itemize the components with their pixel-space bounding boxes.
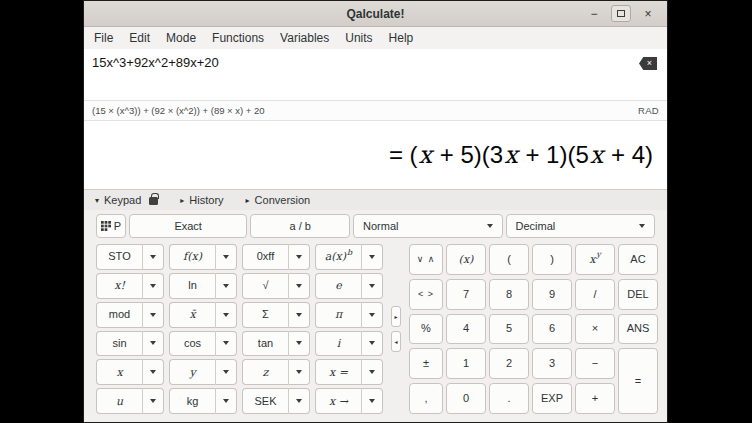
programming-keypad-button[interactable]: P (96, 214, 126, 238)
menu-help[interactable]: Help (381, 27, 422, 49)
key-delete[interactable]: DEL (618, 279, 658, 310)
key-plus-minus[interactable]: ± (409, 348, 443, 379)
expression-input[interactable] (92, 55, 629, 70)
key-unit-kg-menu[interactable] (215, 388, 237, 414)
key-var-y-menu[interactable] (215, 359, 237, 385)
key-history-up-down[interactable]: ∨ ∧ (409, 244, 443, 275)
key-x-equals[interactable]: x = (315, 359, 361, 385)
key-tan-menu[interactable] (288, 331, 310, 357)
key-left-parenthesis[interactable]: ( (489, 244, 529, 275)
key-function-power[interactable]: a(x)b (315, 244, 361, 270)
key-percent[interactable]: % (409, 314, 443, 345)
menu-file[interactable]: File (86, 27, 121, 49)
menu-mode[interactable]: Mode (158, 27, 204, 49)
key-five[interactable]: 5 (489, 314, 529, 345)
number-base-select[interactable]: Decimal (506, 214, 655, 238)
backspace-icon[interactable]: × (639, 57, 657, 70)
key-var-y[interactable]: y (169, 359, 215, 385)
key-answer[interactable]: ANS (618, 314, 658, 345)
key-two[interactable]: 2 (489, 348, 529, 379)
key-mod-menu[interactable] (142, 302, 164, 328)
key-comma[interactable]: , (409, 383, 443, 414)
display-mode-select[interactable]: Normal (353, 214, 502, 238)
key-sto-menu[interactable] (142, 244, 164, 270)
key-sto[interactable]: STO (96, 244, 142, 270)
key-e[interactable]: e (315, 273, 361, 299)
key-function[interactable]: f(x) (169, 244, 215, 270)
conversion-panel-toggle[interactable]: ▸ Conversion (246, 194, 311, 206)
key-decimal-point[interactable]: . (489, 383, 529, 414)
angle-mode-badge[interactable]: RAD (638, 105, 659, 116)
key-nine[interactable]: 9 (532, 279, 572, 310)
key-clear-all[interactable]: AC (618, 244, 658, 275)
key-sin-menu[interactable] (142, 331, 164, 357)
key-sin[interactable]: sin (96, 331, 142, 357)
key-four[interactable]: 4 (446, 314, 486, 345)
lock-icon[interactable] (149, 197, 158, 205)
key-cos-menu[interactable] (215, 331, 237, 357)
key-eight[interactable]: 8 (489, 279, 529, 310)
key-factorial[interactable]: x! (96, 273, 142, 299)
keypad-panel-toggle[interactable]: ▾ Keypad (95, 194, 158, 206)
key-convert-to-menu[interactable] (361, 388, 383, 414)
key-e-menu[interactable] (361, 273, 383, 299)
fraction-toggle-button[interactable]: a / b (250, 214, 350, 238)
key-seven[interactable]: 7 (446, 279, 486, 310)
key-right-parenthesis[interactable]: ) (532, 244, 572, 275)
key-hex-menu[interactable] (288, 244, 310, 270)
key-raise-power[interactable]: xy (575, 244, 615, 275)
key-imaginary[interactable]: i (315, 331, 361, 357)
key-mean[interactable]: x̄ (169, 302, 215, 328)
key-six[interactable]: 6 (532, 314, 572, 345)
menu-units[interactable]: Units (337, 27, 380, 49)
key-sum[interactable]: Σ (242, 302, 288, 328)
key-move-cursor[interactable]: < > (409, 279, 443, 310)
key-mod[interactable]: mod (96, 302, 142, 328)
key-sum-menu[interactable] (288, 302, 310, 328)
key-function-power-menu[interactable] (361, 244, 383, 270)
key-currency-sek-menu[interactable] (288, 388, 310, 414)
key-var-x-menu[interactable] (142, 359, 164, 385)
key-unit-u[interactable]: u (96, 388, 142, 414)
key-imaginary-menu[interactable] (361, 331, 383, 357)
key-function-menu[interactable] (215, 244, 237, 270)
exact-toggle-button[interactable]: Exact (129, 214, 248, 238)
history-panel-toggle[interactable]: ▸ History (180, 194, 223, 206)
key-convert-to[interactable]: x → (315, 388, 361, 414)
key-unit-kg[interactable]: kg (169, 388, 215, 414)
key-sqrt-menu[interactable] (288, 273, 310, 299)
keypad-page-next-button[interactable]: ▸ (391, 306, 401, 327)
key-currency-sek[interactable]: SEK (242, 388, 288, 414)
key-pi-menu[interactable] (361, 302, 383, 328)
menu-edit[interactable]: Edit (121, 27, 158, 49)
key-tan[interactable]: tan (242, 331, 288, 357)
menu-functions[interactable]: Functions (204, 27, 272, 49)
key-var-z[interactable]: z (242, 359, 288, 385)
close-button[interactable]: × (638, 5, 658, 22)
key-x-equals-menu[interactable] (361, 359, 383, 385)
key-equals[interactable]: = (618, 348, 658, 414)
key-cos[interactable]: cos (169, 331, 215, 357)
titlebar[interactable]: Qalculate! − × (84, 1, 667, 27)
key-ln[interactable]: ln (169, 273, 215, 299)
key-subtract[interactable]: − (575, 348, 615, 379)
minimize-button[interactable]: − (584, 5, 604, 22)
key-exponent[interactable]: EXP (532, 383, 572, 414)
key-hex[interactable]: 0xff (242, 244, 288, 270)
key-smart-parentheses[interactable]: (x) (446, 244, 486, 275)
maximize-button[interactable] (611, 5, 631, 22)
key-unit-u-menu[interactable] (142, 388, 164, 414)
key-sqrt[interactable]: √ (242, 273, 288, 299)
key-one[interactable]: 1 (446, 348, 486, 379)
key-var-x[interactable]: x (96, 359, 142, 385)
keypad-page-prev-button[interactable]: ◂ (391, 331, 401, 352)
key-pi[interactable]: π (315, 302, 361, 328)
key-factorial-menu[interactable] (142, 273, 164, 299)
key-zero[interactable]: 0 (446, 383, 486, 414)
key-ln-menu[interactable] (215, 273, 237, 299)
key-divide[interactable]: / (575, 279, 615, 310)
menu-variables[interactable]: Variables (272, 27, 337, 49)
key-three[interactable]: 3 (532, 348, 572, 379)
key-add[interactable]: + (575, 383, 615, 414)
key-mean-menu[interactable] (215, 302, 237, 328)
